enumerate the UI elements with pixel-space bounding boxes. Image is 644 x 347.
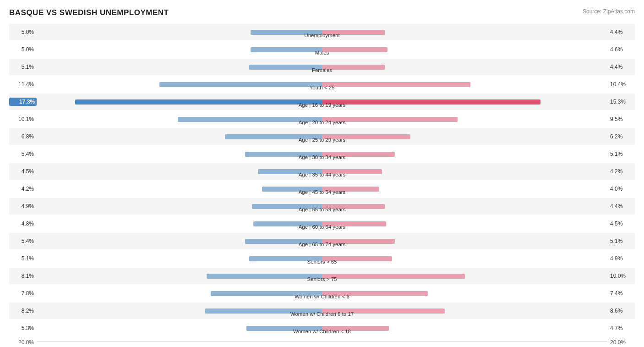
left-value: 11.4% <box>9 81 37 88</box>
bar-pink <box>322 274 465 279</box>
bar-pink <box>322 221 386 226</box>
right-value: 10.0% <box>607 273 635 279</box>
chart-source: Source: ZipAtlas.com <box>583 8 635 15</box>
right-value: 4.6% <box>607 46 635 53</box>
bar-blue <box>207 274 322 279</box>
right-value: 5.1% <box>607 238 635 244</box>
bar-pink <box>322 65 385 70</box>
bars-center: Seniors > 65 <box>37 250 607 267</box>
bars-center: Women w/ Children < 6 <box>37 285 607 302</box>
table-row: 4.2%Age | 45 to 54 years4.0% <box>9 181 635 197</box>
left-value: 5.4% <box>9 238 37 244</box>
bars-center: Age | 35 to 44 years <box>37 163 607 180</box>
bars-center: Age | 55 to 59 years <box>37 198 607 215</box>
table-row: 7.8%Women w/ Children < 67.4% <box>9 285 635 302</box>
bar-blue <box>251 30 322 35</box>
bars-center: Age | 65 to 74 years <box>37 233 607 249</box>
bar-pink <box>322 169 382 174</box>
right-value: 8.6% <box>607 308 635 314</box>
axis-right-label: 20.0% <box>607 339 635 346</box>
bars-center: Age | 25 to 29 years <box>37 128 607 145</box>
right-value: 5.1% <box>607 151 635 157</box>
bars-center: Youth < 25 <box>37 76 607 93</box>
table-row: 17.3%Age | 16 to 19 years15.3% <box>9 94 635 110</box>
bar-blue <box>253 221 322 226</box>
left-value: 5.0% <box>9 46 37 53</box>
rows-area: 5.0%Unemployment4.4%5.0%Males4.6%5.1%Fem… <box>9 24 635 336</box>
bars-center: Age | 45 to 54 years <box>37 181 607 197</box>
bar-blue <box>159 82 322 87</box>
right-value: 9.5% <box>607 116 635 122</box>
axis-center <box>37 341 607 344</box>
left-value: 6.8% <box>9 133 37 140</box>
table-row: 5.1%Seniors > 654.9% <box>9 250 635 267</box>
left-value: 5.3% <box>9 325 37 331</box>
bar-blue <box>258 169 322 174</box>
bar-blue <box>178 117 322 122</box>
table-row: 11.4%Youth < 2510.4% <box>9 76 635 93</box>
right-value: 4.0% <box>607 186 635 192</box>
table-row: 5.0%Males4.6% <box>9 41 635 58</box>
right-value: 6.2% <box>607 133 635 140</box>
right-value: 4.7% <box>607 325 635 331</box>
bar-blue <box>249 256 322 261</box>
left-value: 4.2% <box>9 186 37 192</box>
table-row: 4.9%Age | 55 to 59 years4.4% <box>9 198 635 215</box>
bars-center: Seniors > 75 <box>37 268 607 284</box>
right-value: 15.3% <box>607 99 635 105</box>
bar-pink <box>322 308 445 314</box>
bars-center: Age | 30 to 34 years <box>37 146 607 162</box>
right-value: 7.4% <box>607 290 635 297</box>
table-row: 10.1%Age | 20 to 24 years9.5% <box>9 111 635 127</box>
chart-container: BASQUE VS SWEDISH UNEMPLOYMENT Source: Z… <box>0 0 644 347</box>
right-value: 4.2% <box>607 168 635 175</box>
bar-blue <box>246 326 322 331</box>
table-row: 8.1%Seniors > 7510.0% <box>9 268 635 284</box>
left-value: 8.1% <box>9 273 37 279</box>
right-value: 10.4% <box>607 81 635 88</box>
right-value: 4.9% <box>607 255 635 262</box>
table-row: 4.8%Age | 60 to 64 years4.5% <box>9 215 635 232</box>
bar-blue <box>245 239 322 244</box>
bars-center: Women w/ Children < 18 <box>37 320 607 336</box>
bar-blue <box>249 65 322 70</box>
bar-pink <box>322 291 428 296</box>
bar-pink <box>322 117 458 122</box>
left-value: 4.9% <box>9 203 37 209</box>
table-row: 5.4%Age | 30 to 34 years5.1% <box>9 146 635 162</box>
left-value: 8.2% <box>9 308 37 314</box>
bar-pink <box>322 134 410 139</box>
bars-center: Age | 60 to 64 years <box>37 215 607 232</box>
bar-pink <box>322 256 392 261</box>
bar-blue <box>225 134 322 139</box>
left-value: 5.1% <box>9 255 37 262</box>
bar-pink <box>322 187 379 192</box>
right-value: 4.4% <box>607 64 635 70</box>
bars-center: Women w/ Children 6 to 17 <box>37 303 607 319</box>
bar-pink <box>322 326 389 331</box>
bar-pink <box>322 99 540 105</box>
bar-blue <box>211 291 322 296</box>
bar-blue <box>252 204 322 209</box>
bars-center: Females <box>37 59 607 75</box>
table-row: 8.2%Women w/ Children 6 to 178.6% <box>9 303 635 319</box>
table-row: 6.8%Age | 25 to 29 years6.2% <box>9 128 635 145</box>
bar-blue <box>75 99 322 105</box>
left-value: 17.3% <box>9 98 37 106</box>
bar-pink <box>322 152 395 157</box>
right-value: 4.4% <box>607 203 635 209</box>
left-value: 4.8% <box>9 220 37 227</box>
chart-header: BASQUE VS SWEDISH UNEMPLOYMENT Source: Z… <box>9 8 635 17</box>
left-value: 5.1% <box>9 64 37 70</box>
table-row: 5.4%Age | 65 to 74 years5.1% <box>9 233 635 249</box>
left-value: 5.4% <box>9 151 37 157</box>
right-value: 4.5% <box>607 220 635 227</box>
table-row: 5.3%Women w/ Children < 184.7% <box>9 320 635 336</box>
left-value: 4.5% <box>9 168 37 175</box>
bars-center: Age | 16 to 19 years <box>37 94 607 110</box>
chart-title: BASQUE VS SWEDISH UNEMPLOYMENT <box>9 8 169 17</box>
bar-pink <box>322 239 395 244</box>
table-row: 5.1%Females4.4% <box>9 59 635 75</box>
bar-pink <box>322 47 387 52</box>
bar-blue <box>251 47 322 52</box>
